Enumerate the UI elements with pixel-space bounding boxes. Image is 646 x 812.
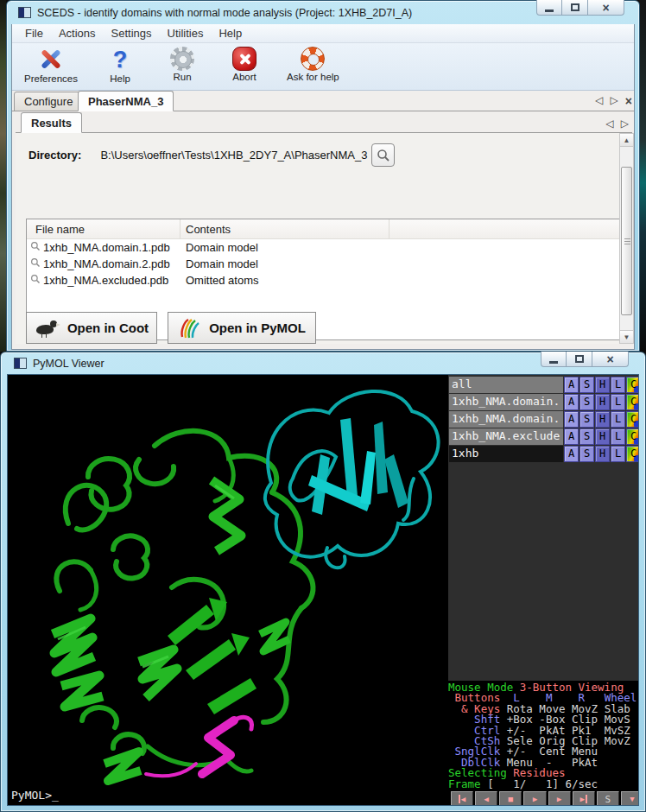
- object-s-button[interactable]: S: [580, 428, 594, 445]
- scene-button[interactable]: S: [597, 791, 619, 806]
- object-s-button[interactable]: S: [580, 411, 594, 428]
- object-c-button[interactable]: C: [626, 377, 639, 393]
- object-a-button[interactable]: A: [564, 377, 579, 393]
- close-button[interactable]: [588, 0, 624, 16]
- object-l-button[interactable]: L: [611, 428, 625, 445]
- object-a-button[interactable]: A: [564, 446, 579, 462]
- rewind-button[interactable]: ◀: [451, 791, 473, 806]
- object-l-button[interactable]: L: [611, 377, 625, 393]
- minimize-icon: [549, 361, 558, 364]
- pymol-window-title: PyMOL Viewer: [33, 358, 104, 370]
- menu-utilities[interactable]: Utilities: [160, 25, 212, 41]
- tab-phasernma-3[interactable]: PhaserNMA_3: [78, 91, 174, 111]
- sceds-titlebar[interactable]: SCEDS - identify domains with normal mod…: [11, 1, 635, 24]
- object-c-button[interactable]: C: [626, 394, 639, 410]
- menu-down-button[interactable]: ▼: [621, 791, 639, 806]
- stop-button[interactable]: ■: [499, 791, 522, 806]
- object-l-button[interactable]: L: [611, 411, 625, 428]
- object-l-button[interactable]: L: [611, 446, 625, 462]
- close-icon: [602, 2, 609, 14]
- object-s-button[interactable]: S: [580, 394, 594, 410]
- open-in-coot-button[interactable]: Open in Coot: [26, 312, 157, 344]
- file-name: 1xhb_NMA.domain.2.pdb: [43, 257, 170, 270]
- object-h-button[interactable]: H: [595, 446, 610, 462]
- tab-scroll-right-icon[interactable]: [611, 94, 618, 108]
- object-a-button[interactable]: A: [564, 394, 579, 410]
- object-c-button[interactable]: C: [626, 411, 639, 428]
- object-c-button[interactable]: C: [626, 446, 639, 462]
- object-s-button[interactable]: S: [580, 377, 594, 393]
- menu-bar: FileActionsSettingsUtilitiesHelp: [12, 24, 634, 43]
- menu-actions[interactable]: Actions: [51, 25, 104, 41]
- menu-help[interactable]: Help: [211, 25, 250, 41]
- tab-results[interactable]: Results: [21, 112, 82, 133]
- scroll-up-icon[interactable]: [620, 134, 633, 147]
- results-panel: Directory: B:\Users\oeffner\Tests\1XHB_2…: [16, 133, 632, 344]
- desktop-background-left: [0, 0, 6, 352]
- minimize-button[interactable]: [536, 0, 562, 16]
- table-row[interactable]: 1xhb_NMA.domain.2.pdbDomain model: [27, 256, 621, 272]
- file-name: 1xhb_NMA.domain.1.pdb: [43, 241, 170, 254]
- play-button[interactable]: ▶: [523, 791, 546, 806]
- toolbar-abort[interactable]: Abort: [225, 47, 264, 82]
- column-header-contents[interactable]: Contents: [180, 219, 390, 238]
- contents-cell: Omitted atoms: [180, 274, 259, 287]
- pymol-command-prompt[interactable]: PyMOL>_: [11, 789, 59, 802]
- object-name-1xhb-nma-domain-[interactable]: 1xhb_NMA.domain.: [449, 394, 563, 410]
- object-s-button[interactable]: S: [580, 446, 594, 462]
- toolbar-preferences[interactable]: Preferences: [24, 47, 78, 84]
- toolbar-ask-for-help[interactable]: Ask for help: [287, 47, 339, 82]
- object-a-button[interactable]: A: [564, 428, 579, 445]
- browse-directory-button[interactable]: [371, 143, 395, 167]
- menu-settings[interactable]: Settings: [104, 25, 160, 41]
- object-a-button[interactable]: A: [564, 411, 579, 428]
- pymol-titlebar[interactable]: PyMOL Viewer: [7, 352, 639, 374]
- object-name-1xhb[interactable]: 1xhb: [449, 446, 563, 462]
- magnifier-icon: [30, 241, 41, 254]
- tab-scroll-left-icon[interactable]: [595, 94, 603, 108]
- pymol-minimize-button[interactable]: [541, 352, 567, 367]
- object-l-button[interactable]: L: [611, 394, 625, 410]
- magnifier-icon: [30, 274, 41, 287]
- tab-row: Configure PhaserNMA_3: [12, 92, 635, 111]
- scrollbar-thumb[interactable]: [621, 167, 632, 315]
- magnifier-icon: [30, 257, 41, 270]
- scroll-down-icon[interactable]: [620, 330, 633, 343]
- file-name: 1xhb_NMA.excluded.pdb: [43, 274, 168, 287]
- maximize-button[interactable]: [562, 0, 588, 16]
- end-icon: ▶: [580, 795, 586, 803]
- object-h-button[interactable]: H: [595, 428, 610, 445]
- contents-cell: Domain model: [180, 257, 258, 270]
- workarea: Configure PhaserNMA_3 Results Directory:: [12, 91, 634, 349]
- object-h-button[interactable]: H: [595, 377, 610, 393]
- object-h-button[interactable]: H: [595, 411, 610, 428]
- open-in-pymol-button[interactable]: Open in PyMOL: [168, 312, 316, 344]
- object-c-button[interactable]: C: [626, 428, 639, 445]
- column-header-file-name[interactable]: File name: [27, 219, 180, 238]
- tab-close-icon[interactable]: [625, 94, 632, 108]
- subtab-scroll-left-icon[interactable]: [606, 117, 614, 130]
- tab-configure[interactable]: Configure: [14, 92, 83, 111]
- protein-ribbon-canvas[interactable]: [8, 375, 448, 805]
- scene-icon: S: [605, 794, 611, 805]
- toolbar-run[interactable]: Run: [162, 47, 202, 82]
- step-forward-button[interactable]: ▶: [548, 791, 571, 806]
- mouse-mode-panel: Mouse Mode 3-Button Viewing Buttons L M …: [448, 682, 639, 790]
- toolbar-help[interactable]: Help: [100, 47, 140, 84]
- magnifier-icon: [377, 149, 390, 162]
- pymol-app-icon: [14, 358, 27, 369]
- pymol-maximize-button[interactable]: [567, 352, 592, 367]
- menu-file[interactable]: File: [17, 25, 51, 41]
- end-button[interactable]: ▶: [573, 791, 595, 806]
- object-name-all[interactable]: all: [449, 377, 563, 393]
- table-row[interactable]: 1xhb_NMA.domain.1.pdbDomain model: [27, 239, 621, 256]
- pymol-close-button[interactable]: [592, 352, 629, 367]
- table-row[interactable]: 1xhb_NMA.excluded.pdbOmitted atoms: [27, 272, 621, 289]
- subtab-scroll-right-icon[interactable]: [621, 117, 629, 130]
- step-back-button[interactable]: ◀: [475, 791, 497, 806]
- object-name-1xhb-nma-domain-[interactable]: 1xhb_NMA.domain.: [449, 411, 563, 428]
- play-icon: ▶: [533, 795, 537, 803]
- results-scrollbar[interactable]: [619, 133, 634, 344]
- object-h-button[interactable]: H: [595, 394, 610, 410]
- object-name-1xhb-nma-exclude[interactable]: 1xhb_NMA.exclude: [449, 428, 563, 445]
